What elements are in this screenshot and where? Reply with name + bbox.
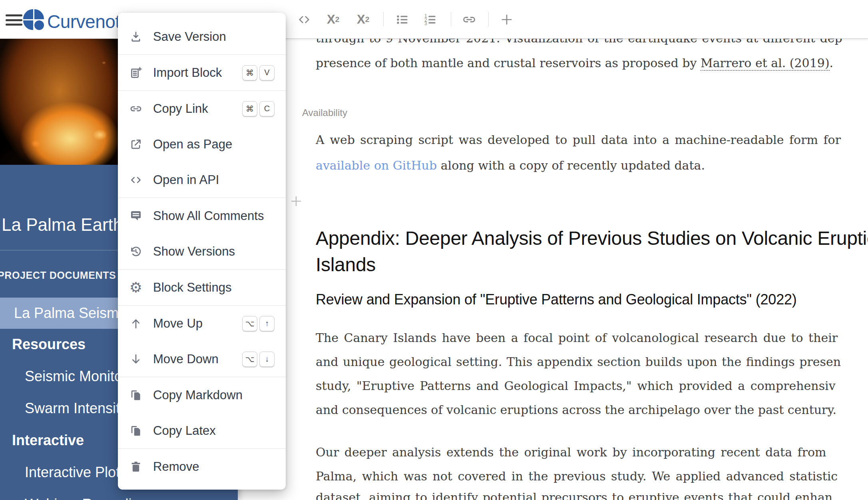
doc-line: A web scraping script was developed to p… bbox=[316, 133, 841, 147]
menu-item-remove[interactable]: Remove bbox=[118, 449, 286, 484]
doc-line: dataset, aiming to identify potential pr… bbox=[316, 490, 832, 500]
link-icon[interactable] bbox=[462, 12, 477, 27]
appendix-heading-line1: Appendix: Deeper Analysis of Previous St… bbox=[316, 227, 868, 249]
shortcut-keys: ⌥↑ bbox=[242, 316, 275, 331]
key-option: ⌥ bbox=[242, 316, 257, 331]
menu-item-label: Move Down bbox=[153, 352, 219, 366]
gear-icon: ⚙ bbox=[129, 281, 143, 294]
code-icon bbox=[129, 173, 143, 187]
sidebar-item-swarm-intensity[interactable]: Swarm Intensity bbox=[25, 400, 127, 417]
arrow-down-icon bbox=[129, 352, 143, 366]
insert-block-plus-icon[interactable] bbox=[289, 194, 303, 208]
citation-link[interactable]: Marrero et al. (2019) bbox=[701, 56, 830, 71]
doc-text: . bbox=[830, 56, 834, 70]
hamburger-menu-icon[interactable] bbox=[6, 14, 22, 26]
menu-item-label: Move Up bbox=[153, 316, 203, 331]
sidebar-item-interactive-plots[interactable]: Interactive Plots bbox=[25, 464, 127, 481]
sidebar-group-resources[interactable]: Resources bbox=[12, 336, 86, 353]
menu-item-label: Copy Latex bbox=[153, 424, 216, 438]
block-context-menu: Save Version Import Block ⌘V Copy Link ⌘… bbox=[118, 13, 286, 490]
menu-item-show-all-comments[interactable]: Show All Comments bbox=[118, 198, 286, 234]
sidebar-item-webinar-recordings[interactable]: Webinar Recordi bbox=[25, 496, 131, 500]
menu-item-label: Show Versions bbox=[153, 244, 235, 259]
doc-line: presence of both mantle and crustal rese… bbox=[316, 56, 833, 70]
menu-item-label: Open in API bbox=[153, 173, 219, 187]
superscript-base: X bbox=[357, 12, 365, 27]
doc-line: and consequences of volcanic eruptions a… bbox=[316, 403, 836, 417]
svg-text:3: 3 bbox=[424, 21, 427, 26]
menu-item-copy-latex[interactable]: Copy Latex bbox=[118, 413, 286, 448]
toolbar-divider bbox=[488, 12, 489, 26]
key-cmd: ⌘ bbox=[242, 101, 257, 116]
key-option: ⌥ bbox=[242, 352, 257, 367]
add-block-icon[interactable] bbox=[500, 12, 514, 27]
appendix-heading-line2: Islands bbox=[316, 254, 376, 276]
menu-item-label: Block Settings bbox=[153, 280, 231, 295]
menu-item-label: Save Version bbox=[153, 30, 226, 44]
menu-item-label: Remove bbox=[153, 460, 199, 474]
copy-icon bbox=[129, 388, 143, 402]
menu-item-save-version[interactable]: Save Version bbox=[118, 19, 286, 54]
link-icon bbox=[129, 102, 143, 116]
section-label: PROJECT DOCUMENTS bbox=[0, 270, 116, 281]
toolbar-divider bbox=[383, 12, 384, 26]
sidebar-item-seismic-monitoring[interactable]: Seismic Monitori bbox=[25, 368, 130, 385]
curvenote-logo-icon[interactable] bbox=[23, 9, 44, 30]
key-cmd: ⌘ bbox=[242, 65, 257, 80]
sidebar-item-label: La Palma Seismici bbox=[14, 305, 132, 322]
doc-text: presence of both mantle and crustal rese… bbox=[316, 56, 701, 70]
doc-line: Our deeper analysis extends the original… bbox=[316, 445, 826, 459]
download-icon bbox=[129, 30, 143, 44]
arrow-up-icon bbox=[129, 317, 143, 330]
subscript-base: X bbox=[327, 12, 335, 27]
doc-line: and unique geological setting. This appe… bbox=[316, 355, 841, 369]
menu-item-move-up[interactable]: Move Up ⌥↑ bbox=[118, 306, 286, 341]
numbered-list-icon[interactable]: 123 bbox=[423, 12, 438, 27]
project-title[interactable]: La Palma Earth bbox=[2, 215, 123, 235]
doc-line: The Canary Islands have been a focal poi… bbox=[316, 331, 838, 345]
subscript-small: 2 bbox=[335, 15, 340, 24]
subscript-icon[interactable]: X2 bbox=[327, 12, 339, 27]
code-icon[interactable] bbox=[297, 12, 311, 27]
menu-item-show-versions[interactable]: Show Versions bbox=[118, 234, 286, 269]
menu-item-copy-link[interactable]: Copy Link ⌘C bbox=[118, 91, 286, 126]
menu-item-label: Copy Markdown bbox=[153, 388, 243, 402]
history-icon bbox=[129, 245, 143, 258]
shortcut-keys: ⌥↓ bbox=[242, 352, 275, 367]
doc-line: Palma, which was not covered in the prev… bbox=[316, 469, 838, 483]
doc-text: along with a copy of recently updated da… bbox=[437, 158, 705, 172]
menu-item-label: Open as Page bbox=[153, 137, 232, 152]
github-link[interactable]: available on GitHub bbox=[316, 158, 437, 172]
menu-item-label: Copy Link bbox=[153, 102, 208, 116]
external-link-icon bbox=[129, 138, 143, 151]
key-c: C bbox=[259, 101, 275, 116]
bullet-list-icon[interactable] bbox=[395, 12, 410, 27]
sidebar-group-interactive[interactable]: Interactive bbox=[12, 432, 84, 449]
file-plus-icon bbox=[129, 66, 143, 80]
doc-line: available on GitHub along with a copy of… bbox=[316, 158, 705, 172]
shortcut-keys: ⌘V bbox=[242, 65, 275, 80]
menu-item-import-block[interactable]: Import Block ⌘V bbox=[118, 55, 286, 90]
key-arrow-down: ↓ bbox=[259, 352, 275, 367]
menu-item-move-down[interactable]: Move Down ⌥↓ bbox=[118, 341, 286, 377]
key-v: V bbox=[259, 65, 275, 80]
menu-item-open-in-api[interactable]: Open in API bbox=[118, 162, 286, 198]
menu-item-label: Show All Comments bbox=[153, 209, 264, 223]
key-arrow-up: ↑ bbox=[259, 316, 275, 331]
toolbar-divider bbox=[451, 12, 451, 26]
comment-icon bbox=[129, 209, 143, 223]
menu-item-label: Import Block bbox=[153, 66, 222, 80]
menu-item-block-settings[interactable]: ⚙ Block Settings bbox=[118, 270, 286, 305]
trash-icon bbox=[129, 460, 143, 474]
shortcut-keys: ⌘C bbox=[242, 101, 275, 116]
doc-line: study, "Eruptive Patterns and Geological… bbox=[316, 379, 836, 393]
availability-label: Availability bbox=[302, 107, 347, 118]
superscript-icon[interactable]: X2 bbox=[357, 12, 369, 27]
copy-icon bbox=[129, 424, 143, 438]
review-subheading: Review and Expansion of "Eruptive Patter… bbox=[316, 291, 797, 308]
menu-item-open-as-page[interactable]: Open as Page bbox=[118, 126, 286, 162]
superscript-small: 2 bbox=[365, 15, 370, 24]
menu-item-copy-markdown[interactable]: Copy Markdown bbox=[118, 377, 286, 413]
